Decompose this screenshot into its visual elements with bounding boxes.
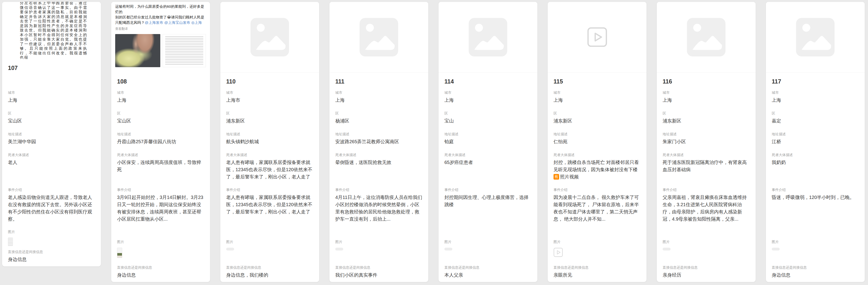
field-label: 区	[335, 111, 423, 116]
field-deceased: 死者大体描述 65岁癌症患者	[444, 152, 531, 187]
field-value: 3月9日起开始封控，3月14日解封。3月23日又一轮封控开始，期间这位保安始终没…	[117, 194, 204, 223]
thumbnail-area	[662, 246, 750, 265]
thumbnail-area	[444, 246, 531, 265]
field-label: 地址描述	[554, 132, 641, 137]
field-event: 事件介绍 老人感染后物业街道无人跟进，导致老人在没有救援的情况下去世。另外该小区…	[8, 187, 95, 223]
card-body: 城市 上海市 区 浦东新区 地址描述 航头镇鹤沙航城 死者大体描述 老人患有哮喘…	[220, 90, 319, 282]
record-card-111[interactable]: 111 城市 上海 区 杨浦区 地址描述 安波路265弄兰花教师公寓南区 死者大…	[329, 2, 429, 282]
field-info-type: 直接信息还是间接信息 亲身经历	[662, 265, 750, 279]
card-body: 城市 上海 区 宝山区 地址描述 丹霞山路257弄馨佳园八街坊 死者大体描述 小…	[111, 90, 210, 282]
image-placeholder-icon	[360, 18, 398, 57]
field-district: 区 浦东新区	[662, 111, 750, 124]
field-label: 图片	[444, 239, 531, 244]
card-body: 城市 上海 区 杨浦区 地址描述 安波路265弄兰花教师公寓南区 死者大体描述 …	[330, 90, 428, 282]
field-deceased: 死者大体描述 我奶奶	[772, 152, 859, 187]
video-thumbnail-play-icon	[554, 248, 563, 257]
field-value: 封控，跳楼自杀当场死亡 对面楼邻居只看见听见现场情况，因为集体被封没有下楼 有照…	[554, 159, 641, 187]
field-label: 死者大体描述	[117, 152, 204, 157]
field-value: 身边信息	[8, 256, 95, 263]
field-value: 因为凌晨十二点自杀， 很久救护车来了可能看到现场死了， 尸体留在原地，后来半夜也…	[554, 194, 641, 223]
field-value: 上海	[554, 97, 641, 104]
record-card-116[interactable]: 116 城市 上海 区 浦东新区 地址描述 朱家门小区 死者大体描述 死于浦东医…	[656, 2, 756, 282]
field-label: 图片	[335, 239, 423, 244]
field-deceased: 死者大体描述 死于浦东医院新冠隔离治疗中，有肾衰高血压封基础病	[662, 152, 750, 187]
field-value: 嘉定	[772, 117, 859, 124]
field-event: 事件介绍 因为凌晨十二点自杀， 很久救护车来了可能看到现场死了， 尸体留在原地，…	[554, 187, 641, 223]
field-value: 上海	[335, 97, 423, 104]
thumbnail-area	[8, 236, 95, 249]
field-address: 地址描述 航头镇鹤沙航城	[226, 132, 313, 145]
field-label: 死者大体描述	[8, 152, 95, 157]
field-value: 江桥	[772, 138, 859, 145]
field-event: 事件介绍 昏迷，呼吸微弱，120半小时到，已晚。	[772, 187, 859, 223]
field-value: 丹霞山路257弄馨佳园八街坊	[117, 138, 204, 145]
tweet-screenshot-text: 运输有时间，为什么跟居委会的60的菜能到，还好多是烂的 别的区都已经分发过几批物…	[115, 4, 207, 25]
card-cover: 运输有时间，为什么跟居委会的60的菜能到，还好多是烂的 别的区都已经分发过几批物…	[111, 2, 210, 73]
record-card-117[interactable]: 117 城市 上海 区 嘉定 地址描述 江桥 死者大体描述 我奶奶 事件介绍 昏…	[766, 2, 865, 282]
card-title: 107	[8, 64, 95, 71]
image-thumbnail	[117, 248, 122, 258]
image-placeholder-icon	[687, 18, 725, 57]
card-cover	[766, 2, 865, 73]
field-info-type: 直接信息还是间接信息 我们小区的真实事件	[335, 265, 423, 279]
field-image: 图片	[444, 239, 531, 265]
record-card-114[interactable]: 114 城市 上海 区 宝山 地址描述 铂庭 死者大体描述 65岁癌症患者 事件…	[438, 2, 538, 282]
tweet-line-1: 运输有时间，为什么跟居委会的60的菜能到，还好多是烂的	[115, 4, 207, 14]
you-badge-icon: 有	[554, 174, 559, 180]
field-value: 老人感染后物业街道无人跟进，导致老人在没有救援的情况下去世。另外该小区还有不少阳…	[8, 194, 95, 223]
field-value: 浦东新区	[554, 117, 641, 124]
field-district: 区 宝山区	[8, 111, 95, 124]
field-label: 事件介绍	[444, 187, 531, 192]
field-label: 地址描述	[335, 132, 423, 137]
rotten-cabbage-photo	[115, 34, 160, 67]
field-label: 区	[117, 111, 204, 116]
field-image: 图片	[226, 239, 313, 265]
record-card-107[interactable]: 分左右联系上中华园居委会，通过微信语音确认了这一事实。由于需要保护患者家属的隐私…	[2, 2, 101, 266]
field-value: 浦东新区	[226, 117, 313, 124]
video-play-icon	[587, 27, 607, 47]
thumbnail-area	[772, 246, 859, 265]
field-event: 事件介绍 老人患有哮喘，家属联系居委报备要求就医，12345也表示尽快，但是12…	[226, 187, 313, 223]
field-value: 昏迷，呼吸微弱，120半小时到，已晚。	[772, 194, 859, 223]
field-label: 图片	[8, 229, 95, 235]
field-district: 区 宝山	[444, 111, 531, 124]
field-value: 上海	[117, 97, 204, 104]
field-value: 铂庭	[444, 138, 531, 145]
field-label: 事件介绍	[662, 187, 750, 192]
field-info-type: 直接信息还是间接信息 亲眼所见	[554, 265, 641, 279]
field-event: 事件介绍 4月11日上午，这位消毒防疫人员在给我们小区封控楼做消杀的时候突然晕倒…	[335, 187, 423, 223]
field-label: 地址描述	[662, 132, 750, 137]
field-value: 身边信息，我们楼的	[226, 272, 313, 279]
field-address: 地址描述 江桥	[772, 132, 859, 145]
thumbnail-area	[554, 246, 641, 265]
field-city: 城市 上海	[554, 90, 641, 104]
field-label: 地址描述	[117, 132, 204, 137]
thumbnail-area	[117, 246, 204, 265]
image-thumbnail-placeholder	[226, 248, 234, 250]
field-value: 本人父亲	[444, 272, 531, 279]
field-address: 地址描述 安波路265弄兰花教师公寓南区	[335, 132, 423, 145]
record-card-108[interactable]: 运输有时间，为什么跟居委会的60的菜能到，还好多是烂的 别的区都已经分发过几批物…	[111, 2, 210, 282]
field-info-type: 直接信息还是间接信息 身边信息，我们楼的	[226, 265, 313, 279]
field-deceased: 死者大体描述 老人患有哮喘，家属联系居委报备要求就医，12345也表示尽快，但是…	[226, 152, 313, 187]
field-label: 地址描述	[226, 132, 313, 137]
record-card-110[interactable]: 110 城市 上海市 区 浦东新区 地址描述 航头镇鹤沙航城 死者大体描述 老人…	[220, 2, 319, 282]
field-value: 上海	[8, 97, 95, 104]
field-label: 城市	[444, 90, 531, 95]
field-address: 地址描述 美兰湖中华园	[8, 132, 95, 145]
image-thumbnail-placeholder	[335, 248, 343, 250]
field-value: 上海	[444, 97, 531, 104]
image-thumbnail-placeholder	[444, 248, 452, 250]
tweet-mention-links: @上海发布 @上海宝山发布 ◎上海	[145, 21, 202, 25]
field-value: 身边信息	[117, 272, 204, 279]
field-info-type: 直接信息还是间接信息 身边信息	[772, 265, 859, 279]
card-cover	[548, 2, 647, 73]
tweet-media-row	[115, 34, 207, 67]
card-title: 110	[226, 78, 313, 85]
record-card-115[interactable]: 115 城市 上海 区 浦东新区 地址描述 仁怡苑 死者大体描述 封控，跳楼自杀…	[548, 2, 647, 282]
card-body: 城市 上海 区 浦东新区 地址描述 仁怡苑 死者大体描述 封控，跳楼自杀当场死亡…	[548, 90, 647, 282]
field-event: 事件介绍 父亲周嘉祖，肾衰且瘫痪在床靠血透维持生命，3.21住进第七人民医院肾病…	[662, 187, 750, 223]
image-thumbnail	[8, 238, 13, 246]
field-label: 城市	[226, 90, 313, 95]
field-address: 地址描述 朱家门小区	[662, 132, 750, 145]
